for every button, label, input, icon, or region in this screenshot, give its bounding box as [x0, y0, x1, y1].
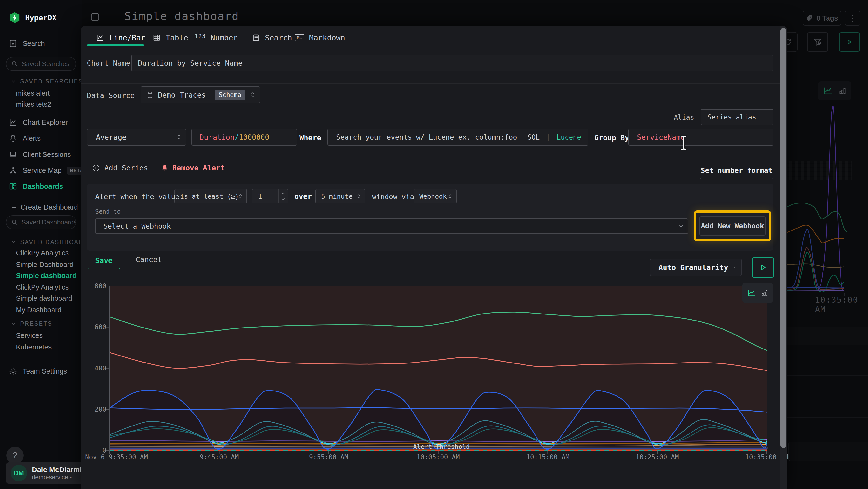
run-query-button-bg[interactable] [839, 32, 860, 52]
stepper-down-icon[interactable] [280, 197, 286, 202]
select-updown-icon [238, 193, 243, 199]
set-number-format-label: Set number format [701, 166, 773, 174]
bg-chart-type-toggle[interactable] [818, 81, 851, 100]
sidebar-collapse-button[interactable] [90, 11, 100, 22]
query-language-toggle[interactable]: SQL | Lucene [528, 133, 581, 141]
screen: 0 Tags ⋮ 10:35:00 AM [0, 0, 868, 489]
threshold-number-input[interactable]: 1 [252, 189, 288, 203]
expression-denominator: 1000000 [239, 133, 269, 141]
alias-placeholder: Series alias [707, 113, 756, 121]
tab-search[interactable]: Search [252, 32, 292, 44]
remove-alert-label: Remove Alert [173, 164, 225, 172]
send-to-label: Send to [95, 208, 121, 215]
remove-alert-button[interactable]: Remove Alert [161, 164, 225, 172]
kebab-menu-button[interactable]: ⋮ [845, 10, 860, 26]
line-chart-icon [747, 288, 756, 297]
tags-label: 0 Tags [816, 14, 838, 22]
modal-scrollbar-thumb[interactable] [780, 28, 786, 448]
x-tick-label: Nov 6 9:35:00 AM [85, 453, 148, 461]
webhook-select[interactable]: Select a Webhook [95, 219, 688, 234]
expression-operator: / [235, 133, 239, 141]
page-title: Simple dashboard [124, 10, 239, 23]
data-source-label: Data Source [87, 91, 135, 100]
cancel-button[interactable]: Cancel [136, 255, 162, 264]
tab-divider [81, 46, 787, 46]
filter-icon [813, 37, 823, 47]
add-series-button[interactable]: Add Series [92, 164, 148, 172]
tab-number[interactable]: 123 Number [194, 32, 238, 44]
filter-button[interactable] [807, 32, 828, 52]
add-new-webhook-button[interactable]: Add New Webhook [700, 216, 766, 236]
threshold-value: 1 [258, 192, 262, 200]
x-tick-label: 10:05:00 AM [416, 453, 460, 461]
save-button[interactable]: Save [88, 252, 120, 269]
tab-label: Search [265, 33, 292, 42]
text-cursor [680, 135, 688, 151]
alias-input[interactable]: Series alias [701, 109, 774, 125]
group-by-input[interactable]: ServiceName [628, 128, 774, 146]
tab-line-bar[interactable]: Line/Bar [96, 32, 145, 44]
window-value: 5 minute [321, 193, 352, 200]
y-tick-label: 800 [84, 282, 106, 290]
number-stepper[interactable] [278, 190, 288, 203]
select-updown-icon [356, 193, 362, 199]
via-label: window via [372, 193, 414, 201]
background-mini-chart [782, 102, 868, 302]
channel-select[interactable]: Webhook [413, 189, 457, 203]
preview-chart-type-toggle[interactable] [742, 283, 773, 303]
table-icon [153, 33, 161, 42]
webhook-placeholder: Select a Webhook [103, 222, 171, 230]
tags-button[interactable]: 0 Tags [803, 10, 841, 26]
expression-input[interactable]: Duration/1000000 [191, 128, 297, 146]
number-icon: 123 [194, 33, 206, 39]
chevron-down-icon [678, 223, 684, 229]
event-search-input[interactable]: Search your events w/ Lucene ex. column:… [328, 128, 588, 146]
bg-input-bar [788, 442, 868, 461]
aggregation-select[interactable]: Average [87, 128, 186, 146]
tab-label: Number [211, 33, 238, 42]
add-series-label: Add Series [104, 164, 148, 172]
tab-markdown[interactable]: M↓ Markdown [295, 32, 345, 44]
group-by-value: ServiceName [637, 133, 685, 141]
section-divider [81, 83, 787, 84]
tag-icon [806, 15, 813, 22]
markdown-icon: M↓ [295, 34, 304, 41]
event-search-placeholder: Search your events w/ Lucene ex. column:… [336, 133, 517, 141]
chart-name-input[interactable]: Duration by Service Name [131, 55, 774, 71]
alert-threshold-label: Alert Threshold [413, 443, 470, 450]
window-select[interactable]: 5 minute [315, 189, 365, 203]
database-icon [146, 91, 154, 99]
tab-label: Markdown [309, 33, 345, 42]
group-by-label: Group By [594, 134, 629, 142]
lucene-option[interactable]: Lucene [557, 133, 581, 141]
chart-name-value: Duration by Service Name [138, 59, 242, 67]
bg-divider-1 [785, 375, 868, 376]
play-icon [845, 38, 854, 46]
active-tab-underline [87, 45, 144, 46]
sql-option[interactable]: SQL [528, 133, 540, 141]
bg-divider-2 [785, 417, 868, 418]
line-chart-icon [96, 33, 104, 42]
comparator-select[interactable]: is at least (≥) [174, 189, 247, 203]
line-chart-icon [823, 86, 833, 95]
y-tick-label: 400 [84, 365, 106, 372]
set-number-format-button[interactable]: Set number format [700, 162, 774, 179]
expression-field: Duration [199, 133, 235, 141]
chart-editor-modal: Line/Bar Table 123 Number Search M↓ Mark… [81, 26, 787, 489]
y-tick-label: 600 [84, 323, 106, 331]
schema-badge: Schema [215, 90, 245, 100]
tab-table[interactable]: Table [153, 32, 188, 44]
x-tick-label: 9:45:00 AM [199, 453, 239, 461]
select-updown-icon [447, 193, 453, 199]
x-tick-label: 10:25:00 AM [636, 453, 679, 461]
comparator-value: is at least (≥) [180, 193, 239, 200]
pipe-separator: | [544, 133, 553, 141]
add-webhook-highlight: Add New Webhook [694, 210, 771, 241]
stepper-up-icon[interactable] [280, 191, 286, 196]
where-label: Where [300, 134, 321, 142]
kebab-icon: ⋮ [848, 13, 857, 23]
y-tick-label: 0 [84, 447, 106, 454]
alert-prefix-label: Alert when the value [95, 193, 179, 201]
data-source-select[interactable]: Demo Traces Schema [141, 86, 260, 103]
select-updown-icon [250, 91, 256, 98]
